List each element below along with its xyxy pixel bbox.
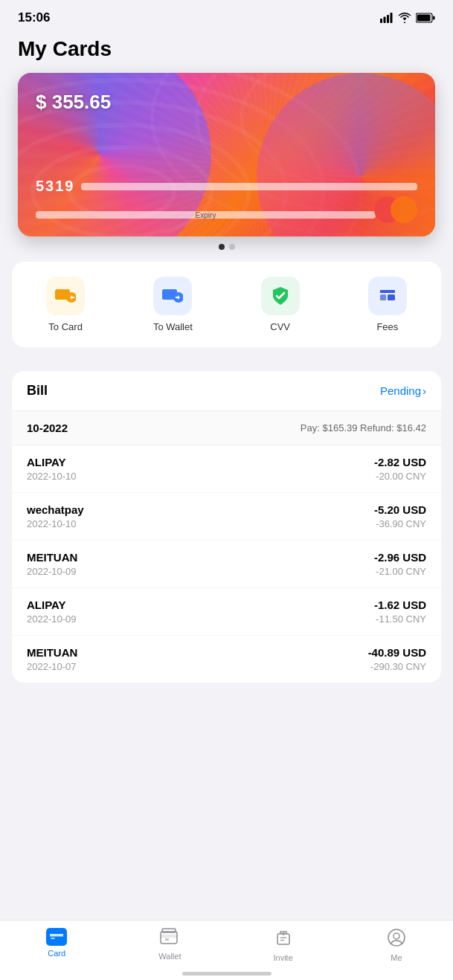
svg-rect-6 <box>433 16 435 20</box>
tx-left-4: MEITUAN 2022-10-07 <box>27 646 77 672</box>
to-card-label: To Card <box>48 321 83 332</box>
nav-item-me[interactable]: Me <box>370 928 423 962</box>
actions-row: To Card To Wallet CVV <box>12 277 441 332</box>
signal-icon <box>380 13 393 23</box>
mastercard-right-circle <box>391 196 417 223</box>
card-number-row: 5319 <box>36 178 417 195</box>
tx-cny-4: -290.30 CNY <box>368 661 426 672</box>
svg-rect-25 <box>50 932 63 942</box>
tx-right-0: -2.82 USD -20.00 CNY <box>374 456 426 482</box>
nav-item-card[interactable]: Card <box>30 928 83 962</box>
svg-rect-0 <box>380 19 382 23</box>
svg-rect-24 <box>388 294 395 300</box>
bottom-nav: Card Wallet Invite <box>0 920 453 980</box>
tx-date-4: 2022-10-07 <box>27 661 77 672</box>
carousel-dots <box>18 244 435 250</box>
to-card-icon <box>55 287 76 305</box>
bill-title: Bill <box>27 383 48 399</box>
svg-rect-32 <box>277 934 289 944</box>
svg-rect-27 <box>51 938 55 939</box>
table-row[interactable]: ALIPAY 2022-10-09 -1.62 USD -11.50 CNY <box>12 588 441 636</box>
tx-usd-4: -40.89 USD <box>368 646 426 659</box>
carousel-dot-2[interactable] <box>229 244 235 250</box>
pending-chevron: › <box>423 384 426 397</box>
tx-name-1: wechatpay <box>27 503 84 516</box>
table-row[interactable]: ALIPAY 2022-10-10 -2.82 USD -20.00 CNY <box>12 445 441 493</box>
status-time: 15:06 <box>18 10 50 25</box>
svg-rect-31 <box>165 938 169 941</box>
tx-cny-0: -20.00 CNY <box>374 471 426 482</box>
nav-item-wallet[interactable]: Wallet <box>144 928 196 962</box>
card-visual[interactable]: $ 355.65 5319 Expiry <box>18 73 435 236</box>
table-row[interactable]: wechatpay 2022-10-10 -5.20 USD -36.90 CN… <box>12 493 441 541</box>
svg-rect-3 <box>391 13 393 23</box>
tx-usd-3: -1.62 USD <box>374 599 426 611</box>
tx-date-1: 2022-10-10 <box>27 518 84 529</box>
cvv-icon <box>270 286 291 306</box>
nav-me-icon <box>387 928 406 950</box>
fees-icon <box>377 287 398 305</box>
fees-icon-wrap <box>368 277 407 315</box>
tx-cny-1: -36.90 CNY <box>374 518 426 529</box>
svg-point-37 <box>393 933 399 939</box>
table-row[interactable]: MEITUAN 2022-10-07 -40.89 USD -290.30 CN… <box>12 636 441 683</box>
tx-name-0: ALIPAY <box>27 456 77 468</box>
tx-right-1: -5.20 USD -36.90 CNY <box>374 503 426 529</box>
tx-usd-2: -2.96 USD <box>374 551 426 564</box>
bill-summary: Pay: $165.39 Refund: $16.42 <box>301 422 426 433</box>
tx-date-2: 2022-10-09 <box>27 566 77 577</box>
pending-link[interactable]: Pending › <box>380 384 426 397</box>
table-row[interactable]: MEITUAN 2022-10-09 -2.96 USD -21.00 CNY <box>12 541 441 588</box>
tx-name-3: ALIPAY <box>27 599 77 611</box>
bill-header: Bill Pending › <box>12 371 441 411</box>
action-fees[interactable]: Fees <box>358 277 417 332</box>
to-wallet-icon-wrap <box>153 277 192 315</box>
card-nav-icon <box>50 932 63 942</box>
tx-date-3: 2022-10-09 <box>27 613 77 625</box>
status-icons <box>380 13 435 23</box>
action-cvv[interactable]: CVV <box>251 277 310 332</box>
carousel-dot-1[interactable] <box>219 244 225 250</box>
home-indicator <box>182 972 272 976</box>
tx-right-3: -1.62 USD -11.50 CNY <box>374 599 426 625</box>
svg-rect-30 <box>162 929 176 932</box>
tx-cny-3: -11.50 CNY <box>374 613 426 625</box>
action-to-wallet[interactable]: To Wallet <box>143 277 202 332</box>
page-title: My Cards <box>18 37 435 61</box>
tx-date-0: 2022-10-10 <box>27 471 77 482</box>
nav-invite-label: Invite <box>273 953 292 962</box>
svg-rect-1 <box>384 17 386 24</box>
svg-rect-5 <box>417 15 431 22</box>
tx-usd-0: -2.82 USD <box>374 456 426 468</box>
tx-right-2: -2.96 USD -21.00 CNY <box>374 551 426 577</box>
page-header: My Cards <box>0 31 453 73</box>
tx-name-4: MEITUAN <box>27 646 77 659</box>
actions-section: To Card To Wallet CVV <box>12 262 441 347</box>
nav-item-invite[interactable]: Invite <box>257 928 309 962</box>
battery-icon <box>416 13 435 23</box>
nav-card-label: Card <box>48 949 65 958</box>
bill-period-row: 10-2022 Pay: $165.39 Refund: $16.42 <box>12 411 441 445</box>
tx-right-4: -40.89 USD -290.30 CNY <box>368 646 426 672</box>
card-number-hidden <box>81 183 418 190</box>
card-number-partial: 5319 <box>36 178 75 195</box>
svg-rect-29 <box>161 935 177 938</box>
pending-label: Pending <box>380 384 421 397</box>
card-expiry-label: Expiry <box>196 211 216 219</box>
to-wallet-label: To Wallet <box>153 321 193 332</box>
tx-name-2: MEITUAN <box>27 551 77 564</box>
card-carousel[interactable]: $ 355.65 5319 Expiry <box>0 73 453 250</box>
to-wallet-icon <box>162 287 183 305</box>
nav-card-icon <box>46 928 67 946</box>
card-balance: $ 355.65 <box>36 91 111 114</box>
nav-wallet-label: Wallet <box>158 952 181 961</box>
bill-period: 10-2022 <box>27 422 68 434</box>
fees-label: Fees <box>376 321 398 332</box>
bill-section: Bill Pending › 10-2022 Pay: $165.39 Refu… <box>12 371 441 683</box>
transactions-list: ALIPAY 2022-10-10 -2.82 USD -20.00 CNY w… <box>12 445 441 683</box>
status-bar: 15:06 <box>0 0 453 31</box>
cvv-label: CVV <box>270 321 290 332</box>
action-to-card[interactable]: To Card <box>36 277 95 332</box>
tx-left-3: ALIPAY 2022-10-09 <box>27 599 77 625</box>
cvv-icon-wrap <box>261 277 300 315</box>
